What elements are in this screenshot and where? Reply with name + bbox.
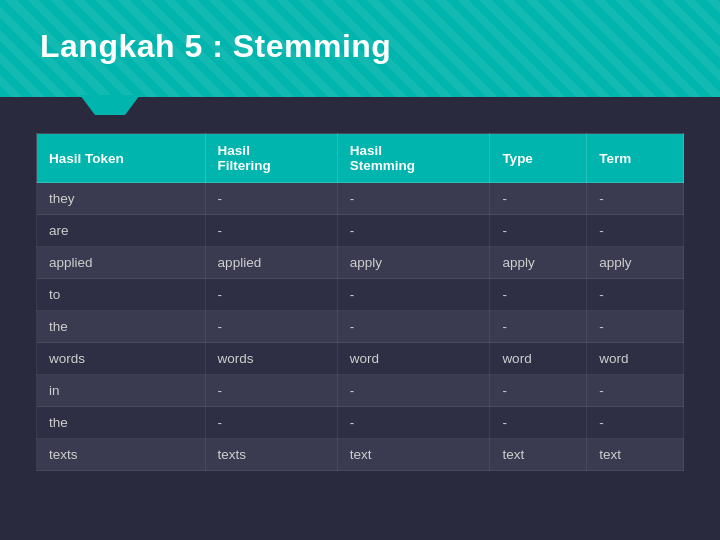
cell-hasil_token: are <box>37 215 206 247</box>
cell-hasil_filtering: - <box>205 279 337 311</box>
cell-hasil_stemming: word <box>337 343 490 375</box>
col-hasil-filtering: HasilFiltering <box>205 134 337 183</box>
cell-hasil_stemming: text <box>337 439 490 471</box>
cell-term: apply <box>587 247 684 279</box>
header: Langkah 5 : Stemming <box>0 0 720 97</box>
cell-term: - <box>587 279 684 311</box>
content-area: Hasil Token HasilFiltering HasilStemming… <box>0 97 720 540</box>
col-type: Type <box>490 134 587 183</box>
col-hasil-token: Hasil Token <box>37 134 206 183</box>
cell-hasil_token: applied <box>37 247 206 279</box>
table-row: to---- <box>37 279 684 311</box>
table-row: are---- <box>37 215 684 247</box>
table-row: the---- <box>37 407 684 439</box>
cell-hasil_filtering: - <box>205 215 337 247</box>
cell-type: - <box>490 215 587 247</box>
cell-term: - <box>587 311 684 343</box>
cell-term: text <box>587 439 684 471</box>
cell-term: - <box>587 183 684 215</box>
table-row: wordswordswordwordword <box>37 343 684 375</box>
table-row: in---- <box>37 375 684 407</box>
cell-hasil_token: texts <box>37 439 206 471</box>
cell-hasil_token: the <box>37 407 206 439</box>
col-term: Term <box>587 134 684 183</box>
cell-hasil_filtering: texts <box>205 439 337 471</box>
table-row: the---- <box>37 311 684 343</box>
cell-hasil_stemming: - <box>337 279 490 311</box>
cell-hasil_filtering: - <box>205 407 337 439</box>
cell-type: text <box>490 439 587 471</box>
cell-hasil_stemming: - <box>337 183 490 215</box>
cell-hasil_token: words <box>37 343 206 375</box>
col-hasil-stemming: HasilStemming <box>337 134 490 183</box>
table-body: they----are----appliedappliedapplyapplya… <box>37 183 684 471</box>
cell-hasil_filtering: - <box>205 311 337 343</box>
cell-term: - <box>587 407 684 439</box>
page-wrapper: Langkah 5 : Stemming Hasil Token HasilFi… <box>0 0 720 540</box>
cell-type: - <box>490 407 587 439</box>
cell-type: - <box>490 183 587 215</box>
page-title: Langkah 5 : Stemming <box>40 28 680 65</box>
cell-hasil_filtering: - <box>205 183 337 215</box>
cell-hasil_stemming: - <box>337 215 490 247</box>
cell-hasil_filtering: - <box>205 375 337 407</box>
table-header: Hasil Token HasilFiltering HasilStemming… <box>37 134 684 183</box>
table-row: textstextstexttexttext <box>37 439 684 471</box>
cell-hasil_stemming: apply <box>337 247 490 279</box>
cell-type: apply <box>490 247 587 279</box>
cell-term: word <box>587 343 684 375</box>
stemming-table: Hasil Token HasilFiltering HasilStemming… <box>36 133 684 471</box>
cell-hasil_token: to <box>37 279 206 311</box>
cell-hasil_stemming: - <box>337 407 490 439</box>
cell-term: - <box>587 375 684 407</box>
cell-type: word <box>490 343 587 375</box>
cell-hasil_token: the <box>37 311 206 343</box>
cell-hasil_token: in <box>37 375 206 407</box>
cell-hasil_filtering: applied <box>205 247 337 279</box>
table-row: appliedappliedapplyapplyapply <box>37 247 684 279</box>
table-row: they---- <box>37 183 684 215</box>
cell-hasil_stemming: - <box>337 311 490 343</box>
cell-type: - <box>490 375 587 407</box>
cell-type: - <box>490 311 587 343</box>
cell-hasil_filtering: words <box>205 343 337 375</box>
cell-hasil_token: they <box>37 183 206 215</box>
header-row: Hasil Token HasilFiltering HasilStemming… <box>37 134 684 183</box>
cell-type: - <box>490 279 587 311</box>
cell-term: - <box>587 215 684 247</box>
cell-hasil_stemming: - <box>337 375 490 407</box>
